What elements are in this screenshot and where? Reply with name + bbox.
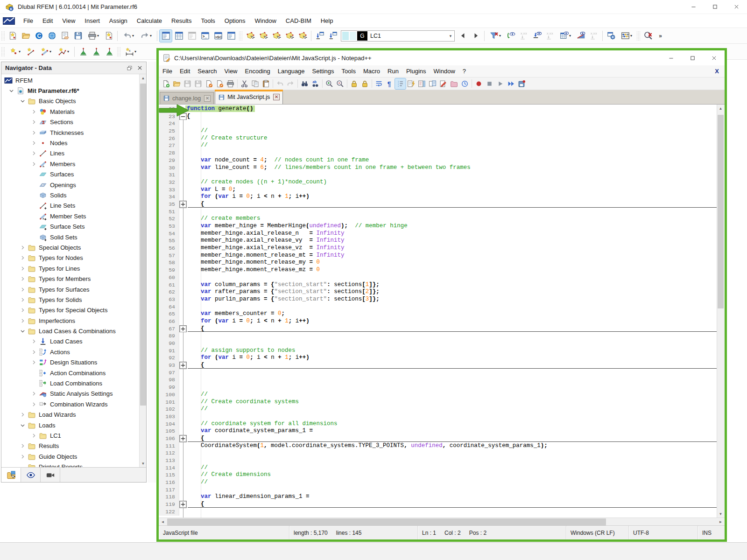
document-tab-mit-javascript-js[interactable]: Mit JavaScript.js✕ — [215, 90, 283, 104]
tree-item-action-combinations[interactable]: Action Combinations — [1, 368, 146, 378]
code-text[interactable]: var column_params = {"section_start": se… — [187, 281, 717, 289]
chevron-right-icon[interactable] — [28, 432, 39, 439]
save-button[interactable] — [72, 30, 84, 42]
scroll-left-icon[interactable]: ◄ — [159, 518, 167, 526]
code-text[interactable]: // Create dimensions — [187, 471, 717, 479]
new-line-support-button[interactable] — [90, 46, 102, 58]
filter-objects-button[interactable]: ▾ — [487, 30, 504, 42]
tree-item-materials[interactable]: Materials — [1, 106, 146, 117]
document-map-button[interactable] — [416, 78, 427, 89]
chevron-right-icon[interactable] — [28, 400, 39, 408]
tree-item-actions[interactable]: Actions — [1, 347, 146, 357]
run-macro-multiple-button[interactable] — [506, 78, 516, 89]
code-text[interactable] — [187, 120, 717, 127]
new-polyline-button[interactable]: ▾ — [55, 46, 72, 58]
table-panel-toggle-button[interactable] — [225, 30, 237, 42]
code-text[interactable]: CoordinateSystem(1, model.coordinate_sys… — [187, 442, 717, 450]
tree-item-results[interactable]: Results — [1, 441, 146, 451]
code-text[interactable]: // — [187, 479, 717, 486]
code-text[interactable]: // — [187, 464, 717, 472]
show-results-button[interactable] — [575, 30, 587, 42]
new-member-button[interactable]: ▾ — [37, 46, 54, 58]
code-text[interactable]: // — [187, 406, 717, 413]
code-text[interactable]: // Create coordinate systems — [187, 399, 717, 406]
code-text[interactable]: var linear_dimension_params_1 = — [187, 493, 717, 501]
chevron-right-icon[interactable] — [28, 140, 39, 147]
previous-load-case-button[interactable] — [457, 30, 469, 42]
select-objects-button[interactable] — [244, 30, 256, 42]
tab-close-icon[interactable]: ✕ — [204, 95, 211, 102]
record-macro-button[interactable] — [473, 78, 484, 89]
navigator-close-button[interactable] — [135, 63, 144, 73]
tree-item-nodes[interactable]: Nodes — [1, 138, 146, 148]
chevron-right-icon[interactable] — [17, 265, 28, 272]
chevron-down-icon[interactable] — [17, 328, 28, 335]
stop-macro-button[interactable] — [484, 78, 495, 89]
find-button[interactable] — [299, 78, 310, 89]
code-text[interactable]: // assign supports to nodes — [187, 347, 717, 355]
chevron-down-icon[interactable] — [17, 98, 28, 105]
code-text[interactable]: { — [187, 325, 717, 333]
tree-item-lines[interactable]: Lines — [1, 148, 146, 159]
open-file-button[interactable] — [171, 78, 182, 89]
toolbar-overflow-button[interactable]: » — [655, 30, 667, 42]
npp-menu-search[interactable]: Search — [194, 65, 220, 77]
code-text[interactable] — [187, 332, 717, 340]
code-editor[interactable]: 22function generate()23{2425 //26 // Cre… — [159, 105, 725, 518]
code-text[interactable]: var coordinate_system_params_1 = — [187, 427, 717, 435]
npp-menu-encoding[interactable]: Encoding — [241, 65, 274, 77]
tree-item-solids[interactable]: Solids — [1, 190, 146, 200]
tree-item-member-sets[interactable]: Member Sets — [1, 211, 146, 221]
tree-item-printout-reports[interactable]: Printout Reports — [1, 462, 146, 467]
chevron-right-icon[interactable] — [28, 129, 39, 136]
chevron-right-icon[interactable] — [28, 150, 39, 157]
paste-button[interactable] — [261, 78, 271, 89]
npp-menu-macro[interactable]: Macro — [359, 65, 384, 77]
rfem-menu-view[interactable]: View — [57, 14, 80, 28]
code-text[interactable] — [187, 149, 717, 157]
redo-button[interactable]: ▾ — [138, 30, 155, 42]
indent-guide-button[interactable] — [395, 78, 406, 89]
show-load-values-button[interactable]: X.XX — [518, 30, 530, 42]
redo-button[interactable] — [285, 78, 296, 89]
close-all-button[interactable] — [214, 78, 225, 89]
tree-item-load-wizards[interactable]: Load Wizards — [1, 410, 146, 420]
code-text[interactable]: member_hinge.axial_release_n = Infinity — [187, 230, 717, 238]
chevron-right-icon[interactable] — [17, 442, 28, 450]
chevron-right-icon[interactable] — [28, 160, 39, 168]
tree-item-load-cases-combinations[interactable]: Load Cases & Combinations — [1, 326, 146, 336]
zoom-by-window-button[interactable] — [642, 30, 654, 42]
fold-expand-icon[interactable] — [179, 435, 187, 442]
chevron-right-icon[interactable] — [17, 296, 28, 303]
function-list-button[interactable] — [406, 78, 416, 89]
notepadpp-minimize-button[interactable] — [660, 50, 682, 65]
fold-expand-icon[interactable] — [179, 501, 187, 508]
copy-button[interactable] — [250, 78, 261, 89]
code-text[interactable]: { — [187, 501, 717, 508]
document-tab-change-log[interactable]: change.log✕ — [160, 92, 214, 104]
tables-toggle-button[interactable] — [173, 30, 185, 42]
open-model-button[interactable] — [20, 30, 32, 42]
tree-item-types-for-nodes[interactable]: Types for Nodes — [1, 253, 146, 263]
scroll-up-icon[interactable]: ▲ — [717, 105, 724, 112]
scrollbar-thumb[interactable] — [718, 115, 724, 308]
code-text[interactable] — [187, 369, 717, 377]
chevron-right-icon[interactable] — [28, 338, 39, 345]
code-text[interactable]: // create nodes ((n + 1)*node_count) — [187, 179, 717, 186]
chevron-right-icon[interactable] — [17, 317, 28, 324]
editor-horizontal-scrollbar[interactable]: ◄ ► — [159, 518, 725, 525]
undo-button[interactable]: ▾ — [120, 30, 137, 42]
combo-dropdown-icon[interactable]: ▾ — [447, 34, 454, 38]
tree-item-sections[interactable]: Sections — [1, 117, 146, 127]
tree-item-basic-objects[interactable]: Basic Objects — [1, 96, 146, 106]
chevron-right-icon[interactable] — [17, 453, 28, 460]
chevron-right-icon[interactable] — [17, 275, 28, 283]
toolbar-drag-handle[interactable] — [637, 31, 640, 41]
scroll-up-icon[interactable]: ▲ — [140, 74, 146, 82]
npp-menu-language[interactable]: Language — [274, 65, 309, 77]
tab-close-icon[interactable]: ✕ — [273, 94, 280, 100]
npp-menu-file[interactable]: File — [159, 65, 176, 77]
tree-item-static-analysis-settings[interactable]: Static Analysis Settings — [1, 389, 146, 399]
select-circle-button[interactable] — [270, 30, 282, 42]
code-text[interactable] — [187, 457, 717, 464]
